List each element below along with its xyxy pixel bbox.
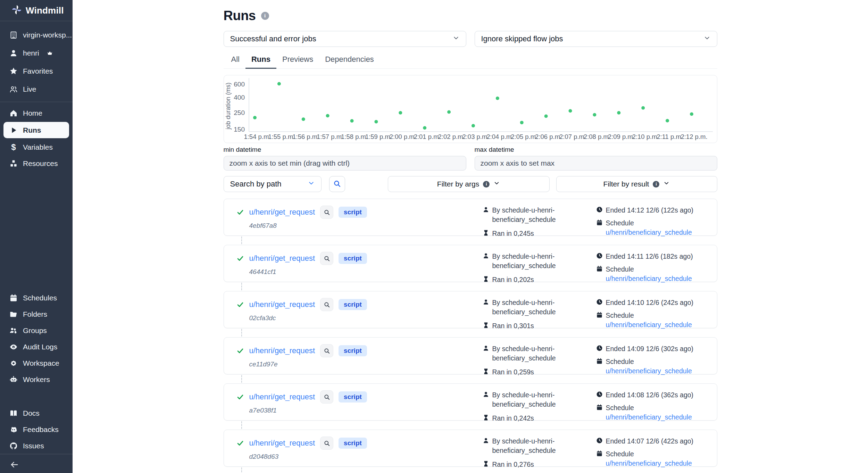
run-path-link[interactable]: u/henri/get_request [249,392,315,401]
job-duration-chart[interactable]: 600400250150job duration (ms)1:54 p.m.1:… [224,75,717,143]
run-card: u/henri/get_request script 4ebf67a8 By s… [224,199,717,236]
dollar-icon: $ [9,143,18,151]
sidebar-item-docs[interactable]: Docs [0,405,73,421]
search-button[interactable] [329,176,345,192]
schedule-link[interactable]: u/henri/beneficiary_schedule [606,229,692,236]
search-icon [333,180,341,189]
sidebar-item-label: Audit Logs [23,343,57,351]
inspect-run-button[interactable] [320,206,333,219]
x-tick-label: 2:05 p.m. [511,133,537,140]
search-icon [324,348,330,354]
max-datetime-input[interactable] [475,156,717,171]
sidebar-item-folders[interactable]: Folders [0,306,73,322]
job-kind-badge: script [339,345,367,356]
x-tick-label: 2:02 p.m. [438,133,465,140]
schedule-link[interactable]: u/henri/beneficiary_schedule [606,321,692,329]
tab-runs[interactable]: Runs [245,52,276,69]
search-by-path-select[interactable]: Search by path [224,176,322,192]
schedule-link[interactable]: u/henri/beneficiary_schedule [606,413,692,421]
data-point [617,111,620,115]
skipped-flows-select[interactable]: Ignore skipped flow jobs [475,31,717,47]
sidebar-links-group: DocsFeedbacksIssues [0,405,73,454]
inspect-run-button[interactable] [320,252,333,265]
triggered-by-text: By schedule-u-henri-beneficiary_schedule [492,252,564,271]
inspect-run-button[interactable] [320,390,333,404]
x-tick-label: 2:10 p.m. [632,133,659,140]
collapse-sidebar-button[interactable] [0,454,73,473]
data-point [690,113,693,116]
info-icon[interactable]: i [261,12,269,20]
sidebar-item-audit-logs[interactable]: Audit Logs [0,339,73,355]
sidebar-item-feedbacks[interactable]: Feedbacks [0,421,73,438]
filter-by-result-button[interactable]: Filter by result i [556,176,717,192]
windmill-logo-icon [11,5,22,16]
sidebar-top-group: virgin-worksp...henriFavoritesLive [0,26,73,98]
run-id: a7e038f1 [249,407,367,414]
schedule-label: Schedule [606,312,634,319]
hourglass-icon [483,460,489,467]
sidebar-item-workers[interactable]: Workers [0,371,73,388]
sidebar-item-henri[interactable]: henri [0,44,73,62]
sidebar-item-workspace[interactable]: Workspace [0,355,73,371]
sidebar-item-virgin-worksp-[interactable]: virgin-worksp... [0,26,73,44]
inspect-run-button[interactable] [320,437,333,450]
ended-at-text: Ended 14:07 12/6 (422s ago) [606,437,694,446]
user-icon [483,252,489,259]
run-path-link[interactable]: u/henri/get_request [249,439,315,448]
sidebar-divider [0,102,73,105]
app-logo[interactable]: Windmill [0,0,73,21]
sidebar-item-schedules[interactable]: Schedules [0,290,73,306]
tab-previews[interactable]: Previews [276,52,319,68]
run-id: d2048d63 [249,453,367,460]
sidebar-item-runs[interactable]: Runs [3,122,69,138]
schedule-label: Schedule [606,219,634,227]
chevron-down-icon [493,180,500,188]
filter-by-args-button[interactable]: Filter by args i [388,176,550,192]
sidebar-item-label: Variables [23,143,53,151]
run-path-link[interactable]: u/henri/get_request [249,254,315,263]
tab-all[interactable]: All [224,52,245,68]
sidebar-item-home[interactable]: Home [0,105,73,121]
clock-icon [596,252,603,259]
user-icon [483,437,489,444]
run-connector [224,467,717,473]
tab-dependencies[interactable]: Dependencies [319,52,380,68]
search-by-path-value: Search by path [230,180,282,189]
sidebar-item-live[interactable]: Live [0,80,73,98]
chevron-down-icon [663,180,670,188]
run-path-link[interactable]: u/henri/get_request [249,300,315,309]
run-connector [224,236,717,245]
run-path-link[interactable]: u/henri/get_request [249,346,315,355]
schedule-link[interactable]: u/henri/beneficiary_schedule [606,367,692,375]
data-point [350,119,353,123]
schedule-link[interactable]: u/henri/beneficiary_schedule [606,459,692,467]
min-datetime-input[interactable] [224,156,466,171]
schedule-link[interactable]: u/henri/beneficiary_schedule [606,275,692,282]
sidebar-item-resources[interactable]: Resources [0,155,73,172]
calendar-icon [596,450,603,457]
clock-icon [596,299,603,305]
calendar-icon [596,219,603,226]
inspect-run-button[interactable] [320,298,333,311]
triggered-by-text: By schedule-u-henri-beneficiary_schedule [492,437,564,455]
data-point [520,121,523,124]
run-path-link[interactable]: u/henri/get_request [249,208,315,217]
ended-at-text: Ended 14:12 12/6 (122s ago) [606,206,694,215]
sidebar-item-label: Issues [23,442,44,450]
ended-at-text: Ended 14:10 12/6 (242s ago) [606,298,694,307]
runs-list: u/henri/get_request script 4ebf67a8 By s… [224,199,717,473]
sidebar-item-groups[interactable]: Groups [0,322,73,339]
inspect-run-button[interactable] [320,344,333,357]
run-connector [224,374,717,383]
users-icon [9,85,18,93]
sidebar-item-variables[interactable]: $Variables [0,139,73,155]
job-status-select[interactable]: Successful and error jobs [224,31,466,47]
x-tick-label: 1:56 p.m. [292,133,319,140]
page-title: Runs [224,8,256,23]
search-icon [324,301,330,308]
y-axis-label: job duration (ms) [225,82,232,130]
sidebar-item-favorites[interactable]: Favorites [0,62,73,80]
sidebar-item-issues[interactable]: Issues [0,438,73,454]
search-icon [324,209,330,216]
chevron-down-icon [308,180,315,189]
